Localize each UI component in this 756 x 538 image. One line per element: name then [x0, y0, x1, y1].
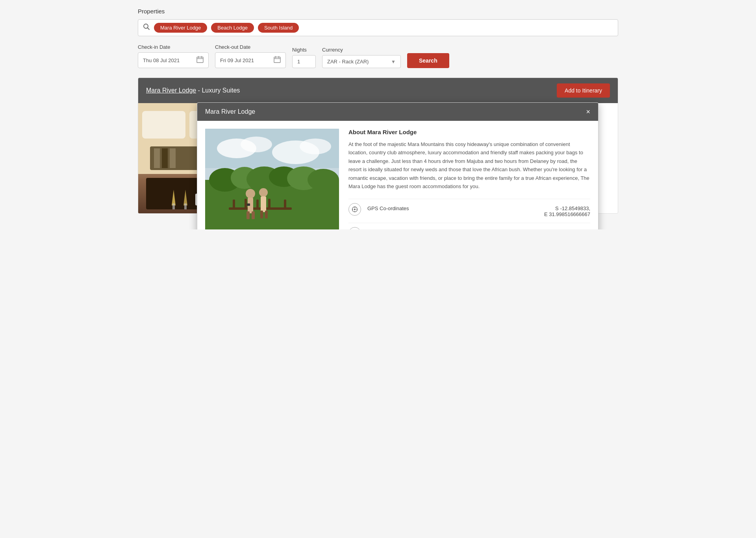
currency-input[interactable]: ZAR - Rack (ZAR) ▼	[322, 55, 401, 68]
svg-point-28	[241, 137, 272, 152]
modal-about-desc: At the foot of the majestic Mara Mountai…	[348, 140, 590, 191]
svg-rect-20	[172, 203, 175, 209]
currency-group: Currency ZAR - Rack (ZAR) ▼	[322, 47, 401, 68]
nights-label: Nights	[292, 47, 316, 53]
svg-point-54	[354, 209, 356, 210]
nights-group: Nights 1	[292, 47, 316, 68]
gps-value: S -12.8549833, E 31.998516666667	[544, 203, 590, 217]
modal-body: About Mara River Lodge At the foot of th…	[197, 121, 598, 229]
gps-e: E 31.998516666667	[544, 211, 590, 217]
web-info-row: ? Web address www.mrl.com	[348, 223, 590, 229]
checkout-group: Check-out Date Fri 09 Jul 2021	[215, 44, 286, 68]
checkout-input[interactable]: Fri 09 Jul 2021	[215, 52, 286, 68]
svg-rect-6	[274, 57, 280, 63]
web-icon: ?	[348, 227, 361, 229]
modal-about-title: About Mara River Lodge	[348, 129, 590, 135]
svg-rect-50	[260, 211, 263, 218]
checkout-label: Check-out Date	[215, 44, 286, 50]
svg-rect-14	[154, 148, 160, 168]
svg-rect-2	[197, 57, 203, 63]
checkout-value: Fri 09 Jul 2021	[220, 57, 254, 63]
svg-point-48	[259, 188, 268, 197]
modal-close-button[interactable]: ×	[586, 108, 590, 115]
currency-chevron-icon: ▼	[391, 59, 396, 65]
gps-label: GPS Co-ordinates	[367, 203, 538, 211]
modal-header: Mara River Lodge ×	[197, 103, 598, 121]
web-label: Web address	[367, 227, 554, 229]
svg-rect-41	[256, 200, 259, 210]
svg-rect-39	[233, 200, 235, 210]
checkin-calendar-icon	[196, 56, 204, 65]
checkin-group: Check-in Date Thu 08 Jul 2021	[138, 44, 209, 68]
svg-rect-40	[245, 199, 247, 210]
checkout-calendar-icon	[274, 56, 281, 65]
add-to-itinerary-button[interactable]: Add to Itinerary	[557, 83, 610, 98]
checkin-input[interactable]: Thu 08 Jul 2021	[138, 52, 209, 68]
svg-rect-52	[247, 203, 250, 206]
lodge-modal: Mara River Lodge ×	[197, 102, 598, 229]
svg-rect-46	[246, 211, 250, 219]
modal-title: Mara River Lodge	[205, 108, 255, 115]
section-title: Properties	[138, 8, 618, 15]
gps-s: S -12.8549833,	[544, 205, 590, 211]
svg-rect-43	[284, 200, 286, 210]
nights-input[interactable]: 1	[292, 55, 316, 68]
svg-rect-16	[170, 148, 176, 168]
result-title-link[interactable]: Mara River Lodge	[146, 87, 196, 94]
svg-point-30	[300, 139, 331, 154]
result-title-suffix: - Luxury Suites	[196, 87, 240, 94]
svg-point-37	[308, 169, 339, 191]
gps-info-row: GPS Co-ordinates S -12.8549833, E 31.998…	[348, 199, 590, 217]
search-icon[interactable]	[143, 23, 150, 32]
tag-beach-lodge[interactable]: Beach Lodge	[211, 23, 254, 33]
modal-content: About Mara River Lodge At the foot of th…	[348, 129, 590, 229]
checkin-value: Thu 08 Jul 2021	[143, 57, 180, 63]
result-header: Mara River Lodge - Luxury Suites Add to …	[138, 78, 618, 103]
currency-label: Currency	[322, 47, 401, 53]
modal-lodge-image	[205, 129, 339, 229]
filters-row: Check-in Date Thu 08 Jul 2021 Check-out …	[138, 44, 618, 68]
svg-rect-38	[229, 207, 292, 210]
gps-icon	[348, 203, 361, 216]
currency-value: ZAR - Rack (ZAR)	[327, 59, 369, 65]
svg-rect-51	[265, 211, 268, 218]
svg-point-44	[246, 189, 255, 198]
tag-mara-river-lodge[interactable]: Mara River Lodge	[154, 23, 207, 33]
search-bar: Mara River Lodge Beach Lodge South Islan…	[138, 19, 618, 36]
svg-rect-21	[184, 203, 187, 209]
svg-rect-47	[252, 211, 255, 219]
web-link[interactable]: www.mrl.com	[560, 227, 590, 229]
search-button[interactable]: Search	[407, 53, 449, 68]
svg-rect-15	[162, 148, 168, 168]
svg-rect-11	[142, 111, 185, 139]
svg-rect-49	[261, 196, 266, 212]
svg-rect-42	[268, 199, 271, 210]
tag-south-island[interactable]: South Island	[258, 23, 299, 33]
result-title: Mara River Lodge - Luxury Suites	[146, 87, 240, 94]
nights-value: 1	[297, 59, 300, 65]
svg-line-1	[148, 28, 150, 30]
checkin-label: Check-in Date	[138, 44, 209, 50]
